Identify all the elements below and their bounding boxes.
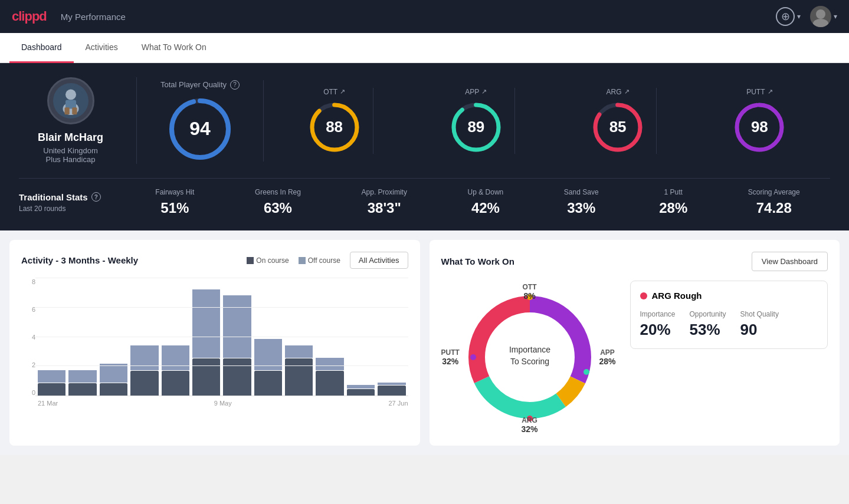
sub-score-ott: OTT ↗ 88 [296,88,373,154]
activity-bar-chart: 0 2 4 6 8 21 Mar [21,278,408,408]
view-dashboard-button[interactable]: View Dashboard [752,252,828,271]
trad-stats-label: Traditional Stats ? Last 20 rounds [19,192,113,213]
bar-group-2 [100,278,127,396]
bar-off-course [378,383,405,385]
bar-group-11 [378,278,405,396]
sub-score-app: APP ↗ 89 [438,88,515,154]
bar-off-course [68,370,96,383]
trad-stats-help[interactable]: ? [91,192,101,202]
app-dot [584,369,589,375]
stat-greens: Greens In Reg 63% [255,188,301,216]
y-label-2: 2 [21,361,35,368]
ott-circle: 88 [308,101,361,154]
arg-score: 85 [609,118,627,136]
wtwo-metrics: Importance 20% Opportunity 53% Shot Qual… [640,310,818,339]
stat-sandsave: Sand Save 33% [564,188,599,216]
legend-off-course-dot [299,257,306,264]
app-header: clippd My Performance ⊕ ▾ ▾ [0,0,849,33]
total-quality-score: 94 [189,118,211,140]
bar-group-3 [130,278,158,396]
bar-on-course [316,371,343,396]
activity-panel: Activity - 3 Months - Weekly On course O… [9,240,420,446]
putt-dot [470,354,476,360]
bar-group-7 [254,278,282,396]
wtwo-panel: What To Work On View Dashboard [430,240,840,446]
bar-on-course [162,371,189,396]
bar-off-course [38,370,65,383]
bar-group-6 [223,278,251,396]
donut-chart-area: Importance To Scoring OTT 8% [441,281,618,434]
total-quality-circle: 94 [168,97,232,162]
wtwo-metric-opportunity: Opportunity 53% [690,310,726,339]
bar-off-course [100,364,127,383]
add-button[interactable]: ⊕ [776,7,795,26]
sub-score-putt: PUTT ↗ 98 [721,88,798,154]
wtwo-card-dot [640,292,647,299]
hero-top: Blair McHarg United Kingdom Plus Handica… [19,77,830,164]
bar-on-course [223,358,251,396]
svg-point-0 [816,9,825,19]
ott-score: 88 [326,118,343,136]
svg-rect-6 [64,107,69,114]
sub-scores: OTT ↗ 88 APP ↗ [264,88,830,154]
arg-circle: 85 [591,101,644,154]
total-quality-help[interactable]: ? [230,80,240,90]
arg-dot [527,416,533,421]
tab-activities[interactable]: Activities [74,33,130,63]
bar-group-5 [192,278,220,396]
wtwo-card: ARG Rough Importance 20% Opportunity 53%… [630,281,828,349]
bar-off-course [162,345,189,370]
tab-dashboard[interactable]: Dashboard [9,33,74,63]
legend-on-course: On course [247,256,289,265]
ott-dot [527,294,533,300]
bar-group-1 [68,278,96,396]
putt-score: 98 [751,118,768,136]
chart-legend: On course Off course [247,256,340,265]
avatar-dropdown-arrow[interactable]: ▾ [834,12,837,21]
bar-on-course [192,358,220,396]
tab-what-to-work-on[interactable]: What To Work On [130,33,218,63]
sub-score-arg: ARG ↗ 85 [579,88,657,154]
putt-circle: 98 [733,101,786,154]
x-label-jun: 27 Jun [284,400,408,407]
bar-off-course [223,295,251,358]
putt-arrow: ↗ [768,88,773,95]
bar-off-course [285,345,313,358]
activity-panel-header: Activity - 3 Months - Weekly On course O… [21,252,408,269]
x-label-mar: 21 Mar [38,400,161,407]
svg-point-3 [65,90,76,100]
stat-proximity: App. Proximity 38'3" [362,188,407,216]
total-quality-label: Total Player Quality ? [160,80,240,90]
player-info: Blair McHarg United Kingdom Plus Handica… [19,77,137,164]
arg-arrow: ↗ [624,88,630,95]
bar-off-course [192,289,220,358]
hero-section: Blair McHarg United Kingdom Plus Handica… [0,63,849,230]
trad-stats-subtitle: Last 20 rounds [19,205,113,213]
legend-on-course-dot [247,257,254,264]
svg-point-1 [813,19,828,27]
stat-scoring: Scoring Average 74.28 [748,188,800,216]
wtwo-panel-header: What To Work On View Dashboard [441,252,828,271]
bar-group-4 [162,278,189,396]
donut-center-line1: Importance [509,345,550,354]
svg-rect-7 [72,107,77,114]
logo: clippd [12,9,47,24]
ott-arrow: ↗ [340,88,345,95]
y-label-8: 8 [21,278,35,285]
x-labels: 21 Mar 9 May 27 Jun [21,400,408,407]
stat-items: Fairways Hit 51% Greens In Reg 63% App. … [125,188,830,216]
bar-off-course [347,385,375,388]
bar-group-0 [38,278,65,396]
header-right: ⊕ ▾ ▾ [776,6,837,27]
traditional-stats: Traditional Stats ? Last 20 rounds Fairw… [19,178,830,216]
wtwo-detail: ARG Rough Importance 20% Opportunity 53%… [630,281,828,434]
bar-group-9 [316,278,343,396]
all-activities-button[interactable]: All Activities [350,252,408,269]
avatar[interactable] [810,6,831,27]
bar-on-course [130,371,158,396]
wtwo-title: What To Work On [441,256,514,266]
bar-on-course [347,389,375,396]
add-dropdown-arrow[interactable]: ▾ [797,12,801,21]
legend-off-course: Off course [299,256,340,265]
wtwo-card-title: ARG Rough [640,291,818,301]
